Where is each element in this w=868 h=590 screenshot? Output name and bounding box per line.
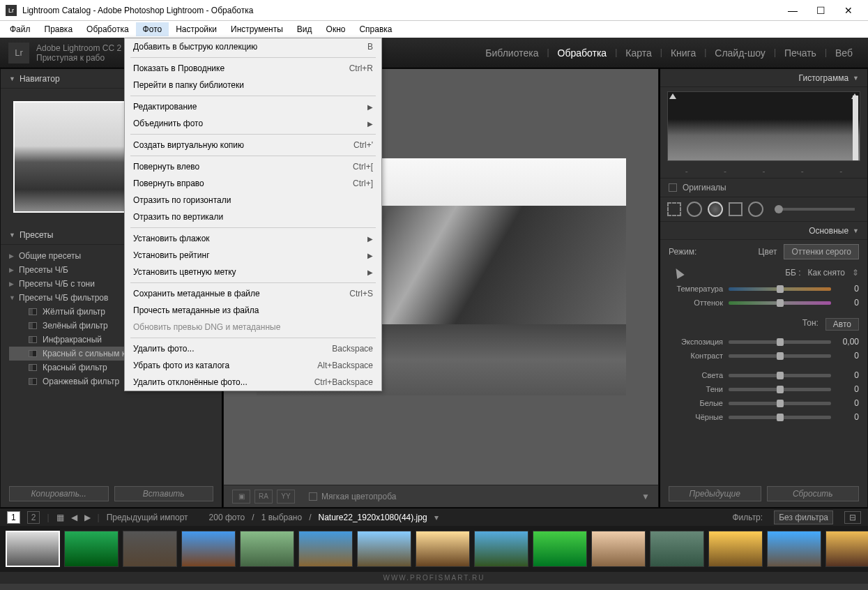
menu-item[interactable]: Повернуть влевоCtrl+[ xyxy=(125,158,381,175)
thumbnail[interactable] xyxy=(825,531,868,567)
minimize-button[interactable]: — xyxy=(779,3,807,18)
highlights-value[interactable]: 0 xyxy=(837,370,859,380)
grid-view-icon[interactable]: ▦ xyxy=(56,513,64,522)
module-6[interactable]: Веб xyxy=(828,43,860,63)
menu-item[interactable]: Убрать фото из каталогаAlt+Backspace xyxy=(125,357,381,374)
thumbnail[interactable] xyxy=(767,531,821,567)
module-0[interactable]: Библиотека xyxy=(478,43,545,63)
filmstrip[interactable] xyxy=(0,526,868,572)
thumbnail[interactable] xyxy=(474,531,528,567)
menu-item[interactable]: Создать виртуальную копиюCtrl+' xyxy=(125,137,381,153)
thumbnail[interactable] xyxy=(708,531,763,567)
histogram-header[interactable]: Гистограмма ▼ xyxy=(660,69,867,87)
menu-item[interactable]: Удалить фото...Backspace xyxy=(125,340,381,357)
forward-icon[interactable]: ▶ xyxy=(84,513,91,522)
menu-item[interactable]: Прочесть метаданные из файла xyxy=(125,302,381,319)
thumbnail[interactable] xyxy=(591,531,646,567)
brush-size-slider[interactable] xyxy=(775,208,855,211)
thumbnail[interactable] xyxy=(533,531,587,567)
menu-инструменты[interactable]: Инструменты xyxy=(224,22,290,36)
thumbnail[interactable] xyxy=(357,531,411,567)
thumbnail[interactable] xyxy=(64,531,119,567)
highlights-slider[interactable] xyxy=(729,374,831,377)
whites-slider[interactable] xyxy=(729,402,831,405)
contrast-slider[interactable] xyxy=(729,354,831,358)
thumbnail[interactable] xyxy=(123,531,177,567)
menu-item[interactable]: Отразить по вертикали xyxy=(125,209,381,225)
reset-button[interactable]: Сбросить xyxy=(767,486,860,501)
color-mode-button[interactable]: Цвет xyxy=(752,245,784,259)
grayscale-mode-button[interactable]: Оттенки серого xyxy=(784,244,859,259)
primary-monitor-icon[interactable]: 1 xyxy=(7,511,20,524)
spot-tool-icon[interactable] xyxy=(687,202,702,217)
menu-вид[interactable]: Вид xyxy=(290,22,319,36)
menu-настройки[interactable]: Настройки xyxy=(169,22,224,36)
tint-slider[interactable] xyxy=(729,301,831,305)
secondary-monitor-icon[interactable]: 2 xyxy=(27,511,40,524)
back-icon[interactable]: ◀ xyxy=(71,513,77,522)
menu-item[interactable]: Показать в ПроводникеCtrl+R xyxy=(125,60,381,77)
module-2[interactable]: Карта xyxy=(618,43,658,63)
previous-button[interactable]: Предыдущие xyxy=(669,486,761,501)
menu-обработка[interactable]: Обработка xyxy=(79,22,136,36)
current-filename[interactable]: Nature22_1920x1080(44).jpg xyxy=(319,513,427,522)
menu-item[interactable]: Повернуть вправоCtrl+] xyxy=(125,175,381,192)
shadows-value[interactable]: 0 xyxy=(837,384,859,394)
eyedropper-icon[interactable] xyxy=(672,266,684,279)
softproof-checkbox[interactable] xyxy=(309,492,317,501)
maximize-button[interactable]: ☐ xyxy=(807,3,835,18)
copy-button[interactable]: Копировать... xyxy=(9,486,109,501)
paste-button[interactable]: Вставить xyxy=(114,486,214,501)
menu-item[interactable]: Объединить фото▶ xyxy=(125,115,381,132)
histogram-chart[interactable] xyxy=(667,91,860,161)
close-button[interactable]: ✕ xyxy=(835,3,862,18)
before-after-icon[interactable]: RA xyxy=(254,490,273,504)
contrast-value[interactable]: 0 xyxy=(837,351,859,361)
blacks-value[interactable]: 0 xyxy=(837,412,859,422)
crop-tool-icon[interactable] xyxy=(667,202,681,216)
toolbar-expand-icon[interactable]: ▼ xyxy=(641,492,650,501)
thumbnail[interactable] xyxy=(416,531,470,567)
loupe-view-icon[interactable]: ▣ xyxy=(232,490,250,504)
thumbnail[interactable] xyxy=(298,531,353,567)
shadows-slider[interactable] xyxy=(729,388,831,391)
module-3[interactable]: Книга xyxy=(664,43,703,63)
module-5[interactable]: Печать xyxy=(777,43,823,63)
blacks-slider[interactable] xyxy=(729,416,831,419)
gradient-tool-icon[interactable] xyxy=(729,202,743,216)
filter-lock-icon[interactable]: ⊟ xyxy=(844,511,861,524)
source-label[interactable]: Предыдущий импорт xyxy=(107,513,188,522)
originals-row[interactable]: Оригиналы xyxy=(660,178,867,197)
redeye-tool-icon[interactable] xyxy=(708,202,723,217)
module-1[interactable]: Обработка xyxy=(551,43,614,63)
exposure-value[interactable]: 0,00 xyxy=(837,337,859,347)
menu-item[interactable]: Удалить отклонённые фото...Ctrl+Backspac… xyxy=(125,374,381,391)
wb-preset-dropdown[interactable]: Как снято xyxy=(808,268,845,278)
auto-tone-button[interactable]: Авто xyxy=(825,318,859,331)
originals-checkbox[interactable] xyxy=(669,183,677,192)
menu-item[interactable]: Установить рейтинг▶ xyxy=(125,247,381,264)
menu-item[interactable]: Установить флажок▶ xyxy=(125,230,381,247)
thumbnail[interactable] xyxy=(240,531,294,567)
temperature-value[interactable]: 0 xyxy=(837,284,859,294)
clip-shadow-icon[interactable] xyxy=(669,93,676,99)
menu-item[interactable]: Отразить по горизонтали xyxy=(125,192,381,209)
basic-header[interactable]: Основные ▼ xyxy=(660,222,867,240)
menu-item[interactable]: Добавить в быструю коллекциюB xyxy=(125,38,381,55)
whites-value[interactable]: 0 xyxy=(837,398,859,408)
module-4[interactable]: Слайд-шоу xyxy=(708,43,772,63)
thumbnail[interactable] xyxy=(650,531,704,567)
tint-value[interactable]: 0 xyxy=(837,298,859,308)
radial-tool-icon[interactable] xyxy=(748,202,763,217)
menu-файл[interactable]: Файл xyxy=(3,22,38,36)
temperature-slider[interactable] xyxy=(729,287,831,291)
menu-item[interactable]: Перейти в папку библиотеки xyxy=(125,77,381,93)
exposure-slider[interactable] xyxy=(729,340,831,344)
menu-item[interactable]: Редактирование▶ xyxy=(125,98,381,115)
compare-icon[interactable]: YY xyxy=(277,490,295,504)
menu-фото[interactable]: Фото xyxy=(136,22,169,36)
menu-item[interactable]: Установить цветную метку▶ xyxy=(125,264,381,280)
thumbnail[interactable] xyxy=(6,531,60,567)
filter-dropdown[interactable]: Без фильтра xyxy=(774,510,833,524)
menu-окно[interactable]: Окно xyxy=(319,22,353,36)
